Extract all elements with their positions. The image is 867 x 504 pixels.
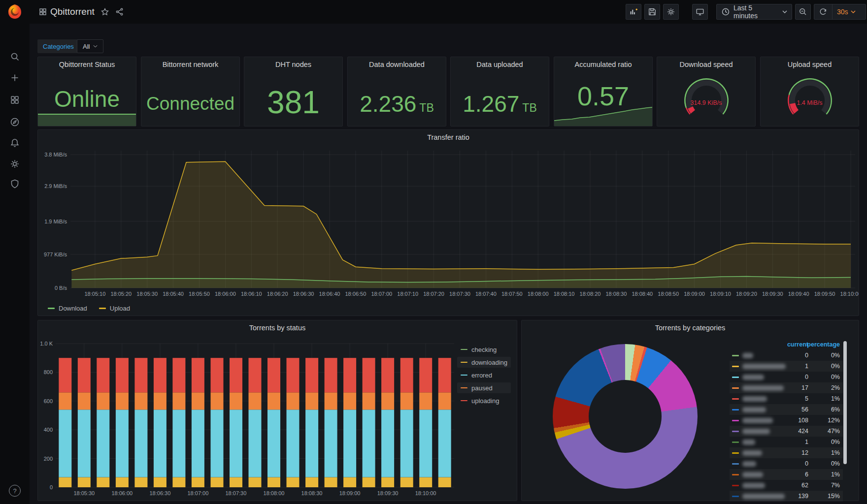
server-admin-shield-icon[interactable]: [10, 179, 20, 189]
cell-percentage: 1%: [831, 471, 840, 478]
bar-segment-downloading: [192, 477, 204, 487]
x-tick-label: 18:06:00: [215, 291, 236, 297]
cell-current: 139: [798, 493, 808, 500]
legend-swatch: [732, 452, 739, 454]
blurred-category-label: [742, 450, 762, 456]
table-scrollbar[interactable]: [843, 340, 847, 499]
stat-value: Online: [38, 88, 136, 110]
cell-current: 5: [805, 395, 808, 402]
legend-swatch: [461, 362, 467, 363]
column-header-percentage[interactable]: percentage: [807, 341, 840, 348]
category-legend-row[interactable]: 566%: [730, 404, 843, 415]
legend-item-checking[interactable]: checking: [457, 344, 511, 355]
grafana-logo[interactable]: [6, 3, 23, 20]
legend-swatch: [732, 420, 739, 421]
category-legend-row[interactable]: 00%: [730, 350, 843, 361]
configuration-gear-icon[interactable]: [10, 159, 20, 169]
category-legend-row[interactable]: 00%: [730, 372, 843, 382]
y-tick-label: 3.8 MiB/s: [44, 152, 67, 158]
y-tick-label: 800: [44, 369, 53, 375]
bar-segment-errored: [363, 410, 375, 477]
help-icon[interactable]: ?: [9, 485, 21, 497]
category-legend-row[interactable]: 13915%: [730, 491, 843, 502]
panel-bittorrent-network[interactable]: Bittorrent network Connected: [141, 57, 240, 126]
dashboards-icon[interactable]: [10, 95, 20, 105]
category-legend-row[interactable]: 10%: [730, 361, 843, 372]
dashboard-grid-icon[interactable]: [39, 8, 47, 16]
panel-title: Qbittorrent Status: [38, 61, 136, 68]
bar-segment-downloading: [343, 477, 356, 487]
chevron-down-icon: [93, 45, 98, 48]
category-legend-row[interactable]: 61%: [730, 469, 843, 480]
bar-segment-uploading: [211, 358, 224, 392]
create-plus-icon[interactable]: [10, 73, 20, 83]
x-tick-label: 18:08:30: [605, 291, 627, 297]
refresh-picker[interactable]: 30s: [814, 4, 866, 20]
tv-mode-button[interactable]: [692, 4, 708, 20]
cell-percentage: 1%: [831, 449, 840, 456]
bar-segment-downloading: [363, 477, 375, 487]
scrollbar-thumb[interactable]: [843, 341, 847, 464]
cell-current: 108: [798, 417, 808, 424]
time-range-picker[interactable]: Last 5 minutes: [716, 4, 792, 20]
x-tick-label: 18:08:10: [554, 291, 575, 297]
legend-item-downloading[interactable]: downloading: [457, 357, 511, 368]
x-tick-label: 18:05:20: [110, 291, 132, 297]
alerting-bell-icon[interactable]: [10, 138, 20, 148]
blurred-category-label: [742, 461, 756, 467]
category-legend-row[interactable]: 10%: [730, 437, 843, 447]
add-panel-icon: [629, 7, 638, 16]
category-legend-row[interactable]: 121%: [730, 447, 843, 458]
panel-data-uploaded[interactable]: Data uploaded 1.267TB: [450, 57, 549, 126]
panel-download-speed[interactable]: Download speed 314.9 KiB/s: [657, 57, 756, 126]
category-legend-row[interactable]: 172%: [730, 382, 843, 393]
panel-upload-speed[interactable]: Upload speed 1.4 MiB/s: [760, 57, 859, 126]
explore-compass-icon[interactable]: [10, 117, 20, 127]
x-tick-label: 18:09:10: [710, 291, 731, 297]
legend-item-uploading[interactable]: uploading: [457, 395, 511, 406]
blurred-category-label: [742, 483, 765, 488]
cell-current: 6: [805, 471, 808, 478]
variable-value-dropdown[interactable]: All: [77, 39, 103, 53]
bar-segment-uploading: [59, 358, 71, 392]
refresh-icon: [819, 7, 828, 16]
panel-qbittorrent-status[interactable]: Qbittorrent Status Online: [37, 57, 136, 126]
legend-item-errored[interactable]: errored: [457, 370, 511, 380]
column-header-current[interactable]: current: [787, 341, 808, 348]
add-panel-button[interactable]: [626, 4, 641, 20]
panel-transfer-ratio[interactable]: Transfer ratio 18:05:1018:05:2018:05:301…: [37, 129, 859, 316]
bar-segment-errored: [381, 410, 394, 477]
category-legend-row[interactable]: 10812%: [730, 415, 843, 426]
panel-dht-nodes[interactable]: DHT nodes 381: [244, 57, 343, 126]
bar-segment-errored: [325, 410, 337, 477]
zoom-out-button[interactable]: [795, 4, 811, 20]
panel-accumulated-ratio[interactable]: Accumulated ratio 0.57: [554, 57, 653, 126]
category-legend-row[interactable]: 627%: [730, 480, 843, 491]
legend-item-upload[interactable]: Upload: [99, 305, 130, 312]
panel-data-downloaded[interactable]: Data downloaded 2.236TB: [347, 57, 446, 126]
category-legend-row[interactable]: 51%: [730, 393, 843, 404]
bar-segment-downloading: [267, 477, 280, 487]
x-tick-label: 18:10:00: [415, 490, 436, 496]
legend-swatch: [732, 355, 739, 356]
blurred-category-label: [742, 353, 753, 358]
bar-segment-paused: [325, 392, 337, 410]
search-icon[interactable]: [10, 52, 20, 62]
category-legend-row[interactable]: 00%: [730, 458, 843, 469]
bar-segment-errored: [134, 410, 147, 477]
star-icon[interactable]: [100, 7, 109, 16]
dashboard-settings-button[interactable]: [663, 4, 679, 20]
panel-torrents-by-categories[interactable]: Torrents by categories current percentag…: [521, 320, 859, 501]
bar-segment-paused: [343, 392, 356, 410]
legend-item-paused[interactable]: paused: [457, 382, 511, 393]
x-tick-label: 18:09:30: [377, 490, 399, 496]
x-tick-label: 18:09:30: [762, 291, 783, 297]
share-icon[interactable]: [115, 7, 124, 16]
category-legend-row[interactable]: 42447%: [730, 426, 843, 437]
variable-label-categories[interactable]: Categories: [37, 39, 79, 53]
panel-torrents-by-status[interactable]: Torrents by status 18:05:3018:06:0018:06…: [37, 320, 517, 501]
bar-segment-uploading: [172, 358, 185, 392]
save-dashboard-button[interactable]: [644, 4, 660, 20]
bar-segment-paused: [305, 392, 318, 410]
legend-item-download[interactable]: Download: [48, 305, 87, 312]
